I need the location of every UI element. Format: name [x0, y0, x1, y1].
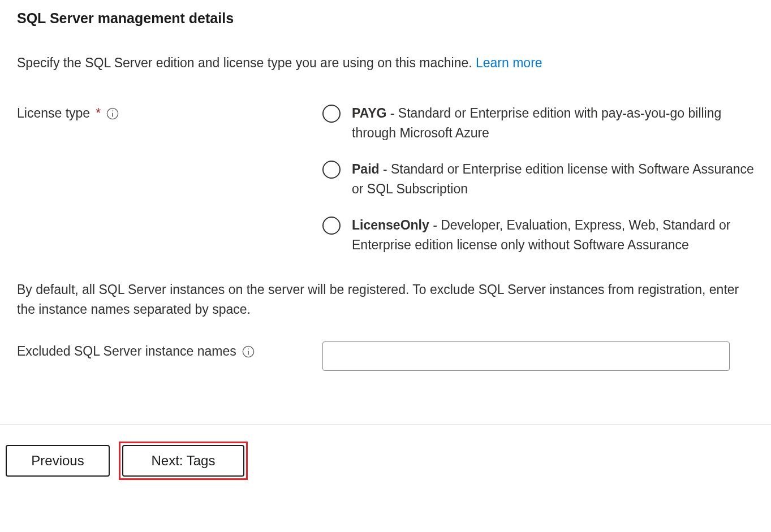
radio-desc: - Standard or Enterprise edition license… — [352, 162, 754, 196]
license-type-label-text: License type — [17, 106, 90, 121]
radio-option-licenseonly[interactable]: LicenseOnly - Developer, Evaluation, Exp… — [322, 215, 754, 254]
radio-option-paid[interactable]: Paid - Standard or Enterprise edition li… — [322, 159, 754, 198]
radio-circle — [322, 105, 341, 123]
radio-name: LicenseOnly — [352, 218, 429, 232]
wizard-footer: Previous Next: Tags — [0, 425, 771, 497]
excluded-instances-input[interactable] — [322, 341, 730, 371]
excluded-instances-label: Excluded SQL Server instance names — [17, 341, 322, 359]
radio-circle — [322, 217, 341, 235]
radio-desc: - Standard or Enterprise edition with pa… — [352, 106, 721, 140]
info-icon[interactable] — [106, 107, 119, 120]
license-type-row: License type * PAYG - Standard or Enterp… — [17, 103, 754, 254]
excluded-instances-label-text: Excluded SQL Server instance names — [17, 344, 236, 359]
radio-name: PAYG — [352, 106, 386, 120]
radio-option-payg[interactable]: PAYG - Standard or Enterprise edition wi… — [322, 103, 754, 142]
radio-label: Paid - Standard or Enterprise edition li… — [352, 159, 754, 198]
license-type-radio-group: PAYG - Standard or Enterprise edition wi… — [322, 103, 754, 254]
next-button-highlight: Next: Tags — [119, 442, 248, 480]
previous-button[interactable]: Previous — [6, 445, 110, 477]
exclusion-helper-text: By default, all SQL Server instances on … — [17, 280, 754, 319]
svg-point-4 — [248, 348, 249, 349]
radio-name: Paid — [352, 162, 380, 176]
learn-more-link[interactable]: Learn more — [476, 55, 542, 70]
license-type-label: License type * — [17, 103, 322, 121]
excluded-instances-row: Excluded SQL Server instance names — [17, 341, 754, 371]
radio-label: PAYG - Standard or Enterprise edition wi… — [352, 103, 754, 142]
section-description: Specify the SQL Server edition and licen… — [17, 54, 754, 72]
next-tags-button[interactable]: Next: Tags — [122, 445, 244, 477]
radio-circle — [322, 161, 341, 179]
svg-point-1 — [112, 110, 113, 111]
section-title: SQL Server management details — [17, 10, 754, 27]
radio-label: LicenseOnly - Developer, Evaluation, Exp… — [352, 215, 754, 254]
description-text: Specify the SQL Server edition and licen… — [17, 55, 476, 70]
info-icon[interactable] — [242, 345, 255, 358]
required-asterisk: * — [96, 106, 101, 121]
